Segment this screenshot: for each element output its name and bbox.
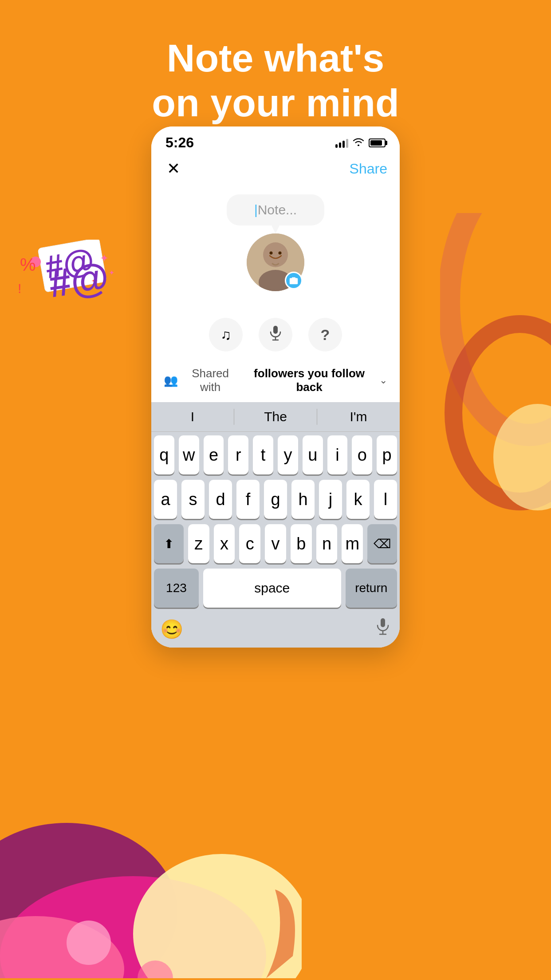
key-v[interactable]: v [265, 524, 286, 563]
key-u[interactable]: u [303, 435, 323, 474]
key-j[interactable]: j [319, 480, 342, 519]
wifi-icon [353, 137, 364, 149]
svg-point-22 [279, 252, 282, 255]
svg-text:#@: #@ [46, 254, 111, 306]
key-r[interactable]: r [228, 435, 248, 474]
status-time: 5:26 [165, 134, 194, 151]
numbers-key[interactable]: 123 [154, 569, 199, 608]
key-g[interactable]: g [264, 480, 287, 519]
key-w[interactable]: w [179, 435, 199, 474]
close-icon: ✕ [167, 161, 180, 177]
deco-pizza-bottom-left [0, 668, 302, 980]
action-icons-row: ♫ ? [151, 309, 400, 362]
suggestion-im[interactable]: I'm [317, 407, 400, 427]
key-t[interactable]: t [253, 435, 273, 474]
key-q[interactable]: q [154, 435, 174, 474]
key-a[interactable]: a [154, 480, 177, 519]
key-b[interactable]: b [291, 524, 312, 563]
microphone-icon [268, 325, 283, 344]
status-icons [335, 137, 386, 149]
question-icon: ? [321, 326, 330, 344]
svg-point-16 [67, 921, 111, 965]
key-x[interactable]: x [214, 524, 235, 563]
svg-text:!: ! [18, 281, 21, 296]
suggestions-bar: I The I'm [151, 402, 400, 432]
shared-with-row: 👥 Shared with followers you follow back … [151, 362, 400, 402]
music-button[interactable]: ♫ [209, 318, 243, 352]
phone-mockup: 5:26 ✕ Share |Note. [151, 126, 400, 648]
suggestion-i[interactable]: I [151, 407, 234, 427]
shared-audience[interactable]: followers you follow back [243, 367, 376, 394]
keyboard-row-2: a s d f g h j k l [154, 480, 397, 519]
emoji-key[interactable]: 😊 [160, 618, 183, 640]
chevron-down-icon[interactable]: ⌄ [379, 375, 387, 386]
sticker-group: #@ % ! ✦ ✦ ✦ #@ [11, 240, 140, 337]
key-k[interactable]: k [346, 480, 370, 519]
key-d[interactable]: d [209, 480, 232, 519]
share-button[interactable]: Share [350, 161, 387, 177]
note-placeholder[interactable]: Note... [258, 202, 297, 217]
note-area: |Note... [151, 186, 400, 309]
key-s[interactable]: s [181, 480, 205, 519]
shift-key[interactable]: ⬆ [154, 524, 184, 563]
status-bar: 5:26 [151, 126, 400, 154]
keyboard-mic-icon[interactable] [375, 617, 391, 640]
svg-point-21 [270, 252, 273, 255]
hero-title-line2: on your mind [0, 80, 551, 125]
key-z[interactable]: z [188, 524, 209, 563]
svg-point-19 [263, 242, 288, 267]
return-key[interactable]: return [346, 569, 397, 608]
close-button[interactable]: ✕ [164, 159, 183, 178]
note-bubble: |Note... [227, 194, 324, 225]
svg-rect-26 [381, 618, 385, 627]
key-f[interactable]: f [236, 480, 260, 519]
music-icon: ♫ [220, 327, 231, 343]
suggestion-the[interactable]: The [234, 407, 317, 427]
signal-bars-icon [335, 138, 348, 148]
hero-title: Note what's on your mind [0, 36, 551, 125]
hero-title-line1: Note what's [0, 36, 551, 80]
key-rows: q w e r t y u i o p a s d f g h j k [151, 432, 400, 615]
svg-text:✦: ✦ [109, 269, 114, 277]
avatar-wrapper [247, 233, 304, 291]
key-c[interactable]: c [239, 524, 260, 563]
app-header: ✕ Share [151, 154, 400, 186]
people-icon: 👥 [164, 374, 178, 387]
key-n[interactable]: n [316, 524, 338, 563]
keyboard: I The I'm q w e r t y u i o p a [151, 402, 400, 648]
key-i[interactable]: i [327, 435, 348, 474]
note-cursor-indicator: |Note... [254, 202, 297, 217]
shared-with-prefix: Shared with [181, 367, 239, 394]
key-y[interactable]: y [278, 435, 298, 474]
keyboard-row-3: ⬆ z x c v b n m ⌫ [154, 524, 397, 563]
key-l[interactable]: l [374, 480, 397, 519]
keyboard-row-4: 123 space return [154, 569, 397, 608]
svg-text:%: % [20, 255, 36, 274]
question-button[interactable]: ? [308, 318, 342, 352]
deco-swirl-right [440, 213, 551, 526]
keyboard-row-1: q w e r t y u i o p [154, 435, 397, 474]
key-h[interactable]: h [291, 480, 315, 519]
mic-button[interactable] [259, 318, 292, 352]
key-m[interactable]: m [342, 524, 363, 563]
hashtag-sticker-svg: #@ % ! ✦ ✦ ✦ #@ [11, 240, 140, 337]
key-p[interactable]: p [377, 435, 397, 474]
keyboard-bottom: 😊 [151, 615, 400, 648]
battery-icon [369, 138, 386, 147]
delete-key[interactable]: ⌫ [367, 524, 397, 563]
key-e[interactable]: e [204, 435, 224, 474]
svg-rect-23 [273, 326, 278, 334]
key-o[interactable]: o [352, 435, 372, 474]
space-key[interactable]: space [203, 569, 341, 608]
camera-icon [289, 276, 299, 285]
camera-badge[interactable] [285, 272, 303, 289]
